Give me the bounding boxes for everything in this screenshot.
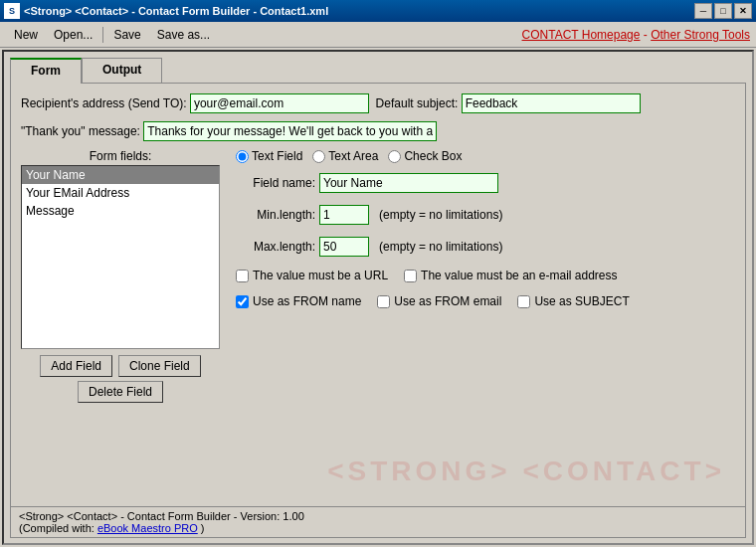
- thankyou-label: "Thank you" message:: [21, 124, 140, 138]
- type-radio-group: Text Field Text Area Check Box: [236, 149, 735, 163]
- clone-field-button[interactable]: Clone Field: [118, 355, 201, 377]
- radio-textfield-text: Text Field: [252, 149, 302, 163]
- fields-label: Form fields:: [21, 149, 220, 163]
- recipient-input[interactable]: [190, 93, 369, 113]
- email-check-label[interactable]: The value must be an e-mail address: [404, 269, 617, 282]
- thankyou-row: "Thank you" message:: [21, 121, 735, 141]
- subject-label[interactable]: Use as SUBJECT: [517, 294, 629, 308]
- radio-checkbox-label[interactable]: Check Box: [388, 149, 462, 163]
- from-row: Use as FROM name Use as FROM email Use a…: [236, 294, 735, 308]
- other-tools-link[interactable]: Other Strong Tools: [651, 28, 750, 42]
- fields-section: Form fields: Your Name Your EMail Addres…: [21, 149, 735, 403]
- recipient-label: Recipient's address (Send TO):: [21, 96, 187, 110]
- max-length-row: Max.length: (empty = no limitations): [236, 237, 735, 257]
- menu-links: CONTACT Homepage - Other Strong Tools: [522, 28, 750, 42]
- maximize-button[interactable]: □: [714, 3, 732, 19]
- field-buttons: Add Field Clone Field: [21, 355, 220, 377]
- watermark: <STRONG> <CONTACT>: [327, 456, 725, 487]
- delete-field-button[interactable]: Delete Field: [78, 381, 163, 403]
- tab-form[interactable]: Form: [10, 58, 82, 84]
- url-check-label[interactable]: The value must be a URL: [236, 269, 388, 282]
- menu-saveas[interactable]: Save as...: [149, 26, 218, 44]
- title-text: <Strong> <Contact> - Contact Form Builde…: [24, 5, 694, 17]
- radio-textarea[interactable]: [312, 150, 325, 163]
- field-item-email[interactable]: Your EMail Address: [22, 184, 219, 202]
- compiled-label: (Compiled with:: [19, 522, 94, 534]
- min-length-label: Min.length:: [236, 208, 315, 222]
- app-icon: S: [4, 3, 20, 19]
- field-item-yourname[interactable]: Your Name: [22, 166, 219, 184]
- url-email-row: The value must be a URL The value must b…: [236, 269, 735, 282]
- subject-text: Use as SUBJECT: [534, 294, 629, 308]
- add-field-button[interactable]: Add Field: [40, 355, 112, 377]
- menu-new[interactable]: New: [6, 26, 46, 44]
- status-text: <Strong> <Contact> - Contact Form Builde…: [19, 510, 304, 522]
- compiled-suffix: ): [201, 522, 205, 534]
- tab-output[interactable]: Output: [82, 58, 162, 83]
- from-email-label[interactable]: Use as FROM email: [377, 294, 501, 308]
- title-buttons: ─ □ ✕: [694, 3, 752, 19]
- field-name-row: Field name:: [236, 173, 735, 193]
- field-name-label: Field name:: [236, 176, 315, 190]
- url-checkbox[interactable]: [236, 270, 249, 282]
- radio-checkbox[interactable]: [388, 150, 401, 163]
- from-name-label[interactable]: Use as FROM name: [236, 294, 361, 308]
- tabs: Form Output: [10, 58, 746, 83]
- contact-homepage-link[interactable]: CONTACT Homepage: [522, 28, 641, 42]
- menu-save[interactable]: Save: [105, 26, 148, 44]
- subject-checkbox[interactable]: [517, 295, 530, 308]
- recipient-row: Recipient's address (Send TO): Default s…: [21, 93, 735, 113]
- menu-separator: [102, 27, 103, 43]
- max-length-input[interactable]: [319, 237, 369, 257]
- url-check-text: The value must be a URL: [253, 269, 388, 282]
- compiled-link[interactable]: eBook Maestro PRO: [97, 522, 198, 534]
- fields-left: Form fields: Your Name Your EMail Addres…: [21, 149, 220, 403]
- fields-right: Text Field Text Area Check Box Field nam…: [236, 149, 735, 403]
- fields-listbox[interactable]: Your Name Your EMail Address Message: [21, 165, 220, 349]
- from-name-checkbox[interactable]: [236, 295, 249, 308]
- field-item-message[interactable]: Message: [22, 202, 219, 220]
- email-check-text: The value must be an e-mail address: [421, 269, 617, 282]
- radio-textarea-label[interactable]: Text Area: [312, 149, 378, 163]
- close-button[interactable]: ✕: [734, 3, 752, 19]
- email-checkbox[interactable]: [404, 270, 417, 282]
- from-email-text: Use as FROM email: [394, 294, 501, 308]
- from-name-text: Use as FROM name: [253, 294, 361, 308]
- status-bar: <Strong> <Contact> - Contact Form Builde…: [11, 506, 745, 537]
- subject-label: Default subject:: [376, 96, 459, 110]
- window-content: Form Output Recipient's address (Send TO…: [2, 50, 754, 545]
- minimize-button[interactable]: ─: [694, 3, 712, 19]
- min-length-hint: (empty = no limitations): [379, 208, 502, 222]
- menu-bar: New Open... Save Save as... CONTACT Home…: [0, 22, 756, 48]
- max-length-hint: (empty = no limitations): [379, 240, 502, 254]
- field-buttons2: Delete Field: [21, 381, 220, 403]
- min-length-row: Min.length: (empty = no limitations): [236, 205, 735, 225]
- max-length-label: Max.length:: [236, 240, 315, 254]
- radio-textfield-label[interactable]: Text Field: [236, 149, 302, 163]
- radio-checkbox-text: Check Box: [404, 149, 462, 163]
- menu-open[interactable]: Open...: [46, 26, 100, 44]
- tab-panel-form: Recipient's address (Send TO): Default s…: [10, 83, 746, 538]
- field-name-input[interactable]: [319, 173, 498, 193]
- subject-input[interactable]: [462, 93, 641, 113]
- radio-textfield[interactable]: [236, 150, 249, 163]
- from-email-checkbox[interactable]: [377, 295, 390, 308]
- title-bar: S <Strong> <Contact> - Contact Form Buil…: [0, 0, 756, 22]
- thankyou-input[interactable]: [143, 121, 437, 141]
- min-length-input[interactable]: [319, 205, 369, 225]
- radio-textarea-text: Text Area: [328, 149, 378, 163]
